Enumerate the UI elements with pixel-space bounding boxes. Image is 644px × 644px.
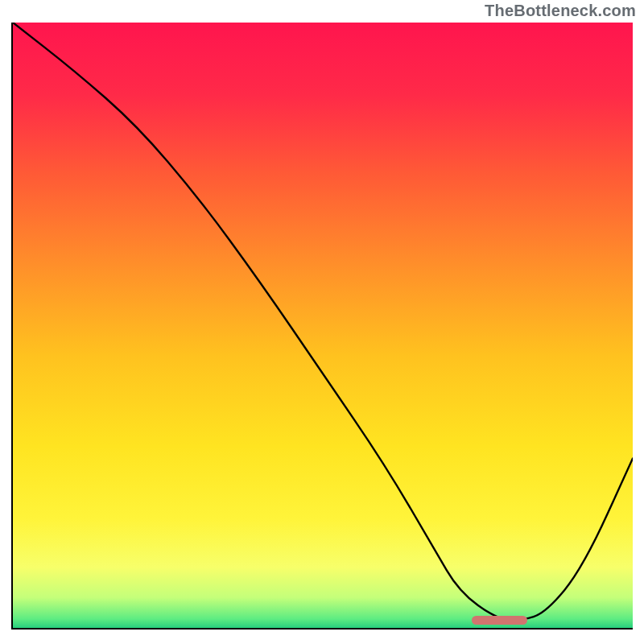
- curve-line: [13, 23, 633, 628]
- optimum-marker: [472, 616, 527, 625]
- attribution-text: TheBottleneck.com: [485, 2, 636, 20]
- plot-area: [11, 23, 633, 630]
- chart-container: TheBottleneck.com: [0, 0, 644, 644]
